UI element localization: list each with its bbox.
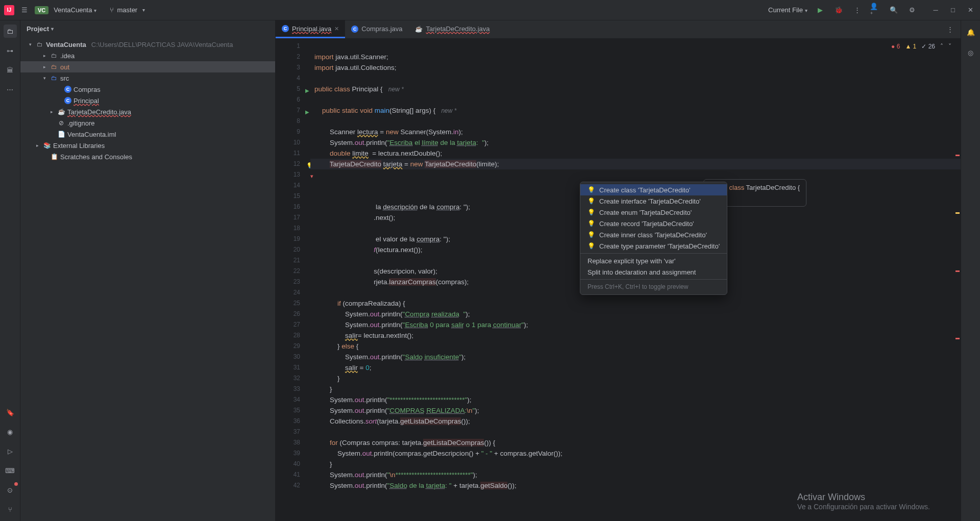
run-tool-icon[interactable]: ▷ [4,444,17,458]
app-icon: IJ [4,5,14,15]
tree-item[interactable]: ▸🗀out [20,61,275,72]
tree-item[interactable]: 📄VentaCuenta.iml [20,129,275,140]
popup-item[interactable]: 💡Create type parameter 'TarjetaDeCredito… [580,240,727,252]
popup-item[interactable]: 💡Create enum 'TarjetaDeCredito' [580,207,727,218]
branch-icon: ⑂ [110,6,114,14]
editor-tab[interactable]: CPrincipal.java✕ [276,20,345,38]
project-tool-icon[interactable]: 🗀 [4,24,17,38]
tree-item[interactable]: CCompras [20,84,275,95]
vcs-icon[interactable]: ⑂ [4,503,17,516]
tree-external-libs[interactable]: ▸📚External Libraries [20,140,275,151]
run-config-selector[interactable]: Current File▾ [768,6,807,14]
titlebar: IJ ☰ VC VentaCuenta▾ ⑂ master▾ Current F… [0,0,980,20]
project-tree[interactable]: ▾🗀 VentaCuenta C:\Users\DELL\PRACTICAS J… [20,37,275,164]
editor-tabs: CPrincipal.java✕ CCompras.java ☕TarjetaD… [276,20,961,39]
run-button[interactable]: ▶ [815,5,826,16]
project-badge: VC [35,6,48,14]
left-tool-rail: 🗀 ⊶ 🏛 ⋯ 🔖 ◉ ▷ ⌨ ⊙ ⑂ [0,20,20,521]
services-icon[interactable]: ◉ [4,425,17,438]
tree-item[interactable]: CPrincipal [20,95,275,106]
main-menu-icon[interactable]: ☰ [19,5,30,15]
search-icon[interactable]: 🔍 [888,5,899,16]
project-panel: Project▾ ▾🗀 VentaCuenta C:\Users\DELL\PR… [20,20,276,521]
close-button[interactable]: ✕ [965,5,976,16]
more-tools-icon[interactable]: ⋯ [4,83,17,96]
error-stripe[interactable] [954,39,961,521]
tree-scratches[interactable]: 📋Scratches and Consoles [20,151,275,162]
popup-item[interactable]: Split into declaration and assignment [580,266,727,278]
tab-actions-icon[interactable]: ⋮ [944,24,955,35]
problems-icon[interactable]: ⊙ [4,483,17,497]
tree-root[interactable]: ▾🗀 VentaCuenta C:\Users\DELL\PRACTICAS J… [20,39,275,50]
panel-header[interactable]: Project▾ [20,20,275,37]
maximize-button[interactable]: □ [947,5,959,16]
editor-content[interactable]: ● 6 ▲ 1 ✓ 26 ˄˅ 12345▶67▶89101112💡▾13141… [276,39,961,521]
intention-popup: 💡Create class 'TarjetaDeCredito' 💡Create… [580,182,727,295]
minimize-button[interactable]: ─ [930,5,941,16]
code-with-me-icon[interactable]: 👤⁺ [870,5,881,16]
terminal-icon[interactable]: ⌨ [4,464,17,477]
editor-tab[interactable]: ☕TarjetaDeCredito.java [409,20,496,38]
gutter: 12345▶67▶89101112💡▾131415161718192021222… [276,39,310,521]
bookmarks-icon[interactable]: 🔖 [4,406,17,419]
commit-tool-icon[interactable]: ⊶ [4,44,17,57]
popup-item[interactable]: 💡Create inner class 'TarjetaDeCredito' [580,229,727,240]
right-tool-rail: 🔔 ◎ [961,20,980,521]
popup-hint: Press Ctrl+K, Ctrl+I to toggle preview [580,281,727,292]
structure-tool-icon[interactable]: 🏛 [4,63,17,77]
popup-item[interactable]: 💡Create interface 'TarjetaDeCredito' [580,195,727,207]
popup-item[interactable]: Replace explicit type with 'var' [580,255,727,266]
editor-tab[interactable]: CCompras.java [345,20,408,38]
settings-icon[interactable]: ⚙ [906,5,918,16]
tree-item[interactable]: ▾🗀src [20,72,275,84]
tree-item[interactable]: ⊘.gitignore [20,117,275,129]
editor-area: CPrincipal.java✕ CCompras.java ☕TarjetaD… [276,20,961,521]
project-selector[interactable]: VentaCuenta▾ [54,6,96,14]
tree-item[interactable]: ▸🗀.idea [20,50,275,61]
popup-item[interactable]: 💡Create class 'TarjetaDeCredito' [580,184,727,195]
vcs-branch[interactable]: ⑂ master▾ [110,6,145,14]
more-actions-icon[interactable]: ⋮ [851,5,863,16]
windows-activation-watermark: Activar Windows Ve a Configuración para … [797,492,930,511]
close-icon[interactable]: ✕ [334,26,339,32]
notifications-icon[interactable]: 🔔 [964,26,977,39]
tree-item[interactable]: ▸☕TarjetaDeCredito.java [20,106,275,117]
popup-item[interactable]: 💡Create record 'TarjetaDeCredito' [580,218,727,229]
ai-assistant-icon[interactable]: ◎ [964,46,977,59]
debug-button[interactable]: 🐞 [833,5,844,16]
